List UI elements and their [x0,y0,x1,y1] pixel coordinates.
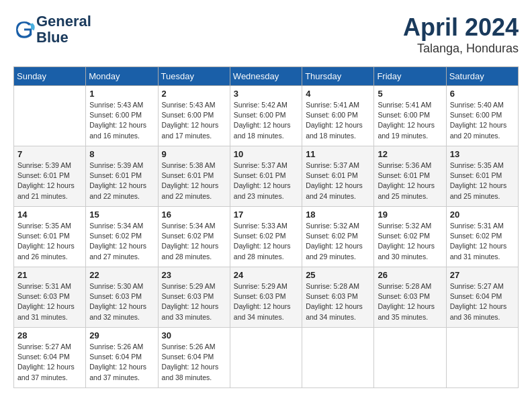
day-number: 16 [162,210,226,220]
day-header-wednesday: Wednesday [230,67,302,86]
day-info: Sunrise: 5:33 AMSunset: 6:02 PMDaylight:… [234,221,298,262]
day-number: 20 [450,210,515,220]
day-info: Sunrise: 5:26 AMSunset: 6:04 PMDaylight:… [89,342,154,383]
day-info: Sunrise: 5:40 AMSunset: 6:00 PMDaylight:… [450,100,515,141]
day-number: 14 [17,210,82,220]
calendar-cell: 11Sunrise: 5:37 AMSunset: 6:01 PMDayligh… [302,146,374,207]
day-info: Sunrise: 5:30 AMSunset: 6:03 PMDaylight:… [89,281,154,322]
day-info: Sunrise: 5:36 AMSunset: 6:01 PMDaylight:… [378,161,442,201]
calendar-cell: 24Sunrise: 5:29 AMSunset: 6:03 PMDayligh… [230,267,302,328]
day-info: Sunrise: 5:32 AMSunset: 6:02 PMDaylight:… [306,221,370,262]
day-number: 5 [378,89,442,99]
calendar-cell [14,86,86,146]
day-info: Sunrise: 5:29 AMSunset: 6:03 PMDaylight:… [234,281,298,322]
calendar-cell: 9Sunrise: 5:38 AMSunset: 6:01 PMDaylight… [158,146,230,207]
calendar-cell [302,328,374,388]
day-info: Sunrise: 5:35 AMSunset: 6:01 PMDaylight:… [17,221,82,262]
title-block: April 2024 Talanga, Honduras [403,13,519,56]
day-number: 2 [162,89,226,99]
day-number: 11 [306,149,370,159]
day-info: Sunrise: 5:27 AMSunset: 6:04 PMDaylight:… [17,342,82,383]
week-row-4: 21Sunrise: 5:31 AMSunset: 6:03 PMDayligh… [14,267,519,328]
calendar-table: SundayMondayTuesdayWednesdayThursdayFrid… [13,66,519,388]
calendar-cell [446,328,518,388]
day-number: 21 [17,270,82,280]
day-info: Sunrise: 5:28 AMSunset: 6:03 PMDaylight:… [378,281,442,322]
day-number: 24 [234,270,298,280]
day-info: Sunrise: 5:32 AMSunset: 6:02 PMDaylight:… [378,221,442,262]
calendar-cell: 17Sunrise: 5:33 AMSunset: 6:02 PMDayligh… [230,207,302,267]
calendar-cell: 2Sunrise: 5:43 AMSunset: 6:00 PMDaylight… [158,86,230,146]
day-header-saturday: Saturday [446,67,518,86]
calendar-cell: 13Sunrise: 5:35 AMSunset: 6:01 PMDayligh… [446,146,518,207]
day-header-sunday: Sunday [14,67,86,86]
calendar-cell: 20Sunrise: 5:31 AMSunset: 6:02 PMDayligh… [446,207,518,267]
calendar-cell: 1Sunrise: 5:43 AMSunset: 6:00 PMDaylight… [86,86,158,146]
day-info: Sunrise: 5:39 AMSunset: 6:01 PMDaylight:… [89,161,154,201]
day-number: 1 [89,89,154,99]
calendar-cell: 25Sunrise: 5:28 AMSunset: 6:03 PMDayligh… [302,267,374,328]
calendar-cell: 6Sunrise: 5:40 AMSunset: 6:00 PMDaylight… [446,86,518,146]
calendar-cell: 27Sunrise: 5:27 AMSunset: 6:04 PMDayligh… [446,267,518,328]
day-info: Sunrise: 5:43 AMSunset: 6:00 PMDaylight:… [89,100,154,141]
week-row-3: 14Sunrise: 5:35 AMSunset: 6:01 PMDayligh… [14,207,519,267]
calendar-cell: 22Sunrise: 5:30 AMSunset: 6:03 PMDayligh… [86,267,158,328]
day-info: Sunrise: 5:38 AMSunset: 6:01 PMDaylight:… [162,161,226,201]
day-info: Sunrise: 5:29 AMSunset: 6:03 PMDaylight:… [162,281,226,322]
day-number: 28 [17,330,82,340]
calendar-cell: 21Sunrise: 5:31 AMSunset: 6:03 PMDayligh… [14,267,86,328]
day-number: 29 [89,330,154,340]
page-header: General Blue April 2024 Talanga, Hondura… [13,13,519,56]
day-header-thursday: Thursday [302,67,374,86]
day-info: Sunrise: 5:35 AMSunset: 6:01 PMDaylight:… [450,161,515,201]
calendar-cell: 14Sunrise: 5:35 AMSunset: 6:01 PMDayligh… [14,207,86,267]
day-info: Sunrise: 5:31 AMSunset: 6:02 PMDaylight:… [450,221,515,262]
day-info: Sunrise: 5:39 AMSunset: 6:01 PMDaylight:… [17,161,82,201]
calendar-cell: 4Sunrise: 5:41 AMSunset: 6:00 PMDaylight… [302,86,374,146]
day-info: Sunrise: 5:43 AMSunset: 6:00 PMDaylight:… [162,100,226,141]
calendar-header-row: SundayMondayTuesdayWednesdayThursdayFrid… [14,67,519,86]
calendar-cell: 10Sunrise: 5:37 AMSunset: 6:01 PMDayligh… [230,146,302,207]
day-number: 13 [450,149,515,159]
day-number: 12 [378,149,442,159]
calendar-cell [230,328,302,388]
day-number: 27 [450,270,515,280]
day-number: 15 [89,210,154,220]
day-info: Sunrise: 5:37 AMSunset: 6:01 PMDaylight:… [306,161,370,201]
calendar-cell: 30Sunrise: 5:26 AMSunset: 6:04 PMDayligh… [158,328,230,388]
logo: General Blue [13,13,91,46]
day-info: Sunrise: 5:27 AMSunset: 6:04 PMDaylight:… [450,281,515,322]
week-row-2: 7Sunrise: 5:39 AMSunset: 6:01 PMDaylight… [14,146,519,207]
day-info: Sunrise: 5:41 AMSunset: 6:00 PMDaylight:… [378,100,442,141]
calendar-cell: 12Sunrise: 5:36 AMSunset: 6:01 PMDayligh… [374,146,446,207]
week-row-1: 1Sunrise: 5:43 AMSunset: 6:00 PMDaylight… [14,86,519,146]
day-number: 23 [162,270,226,280]
logo-text: General Blue [36,13,91,46]
calendar-cell: 5Sunrise: 5:41 AMSunset: 6:00 PMDaylight… [374,86,446,146]
day-info: Sunrise: 5:28 AMSunset: 6:03 PMDaylight:… [306,281,370,322]
week-row-5: 28Sunrise: 5:27 AMSunset: 6:04 PMDayligh… [14,328,519,388]
calendar-cell [374,328,446,388]
day-number: 18 [306,210,370,220]
calendar-cell: 18Sunrise: 5:32 AMSunset: 6:02 PMDayligh… [302,207,374,267]
day-number: 10 [234,149,298,159]
day-number: 26 [378,270,442,280]
day-number: 17 [234,210,298,220]
calendar-cell: 29Sunrise: 5:26 AMSunset: 6:04 PMDayligh… [86,328,158,388]
day-header-tuesday: Tuesday [158,67,230,86]
calendar-cell: 16Sunrise: 5:34 AMSunset: 6:02 PMDayligh… [158,207,230,267]
month-title: April 2024 [403,13,519,42]
day-number: 30 [162,330,226,340]
day-number: 9 [162,149,226,159]
calendar-cell: 7Sunrise: 5:39 AMSunset: 6:01 PMDaylight… [14,146,86,207]
day-number: 19 [378,210,442,220]
day-number: 3 [234,89,298,99]
day-info: Sunrise: 5:26 AMSunset: 6:04 PMDaylight:… [162,342,226,383]
day-info: Sunrise: 5:34 AMSunset: 6:02 PMDaylight:… [162,221,226,262]
day-info: Sunrise: 5:41 AMSunset: 6:00 PMDaylight:… [306,100,370,141]
calendar-cell: 19Sunrise: 5:32 AMSunset: 6:02 PMDayligh… [374,207,446,267]
day-info: Sunrise: 5:42 AMSunset: 6:00 PMDaylight:… [234,100,298,141]
day-info: Sunrise: 5:34 AMSunset: 6:02 PMDaylight:… [89,221,154,262]
calendar-cell: 23Sunrise: 5:29 AMSunset: 6:03 PMDayligh… [158,267,230,328]
day-number: 6 [450,89,515,99]
